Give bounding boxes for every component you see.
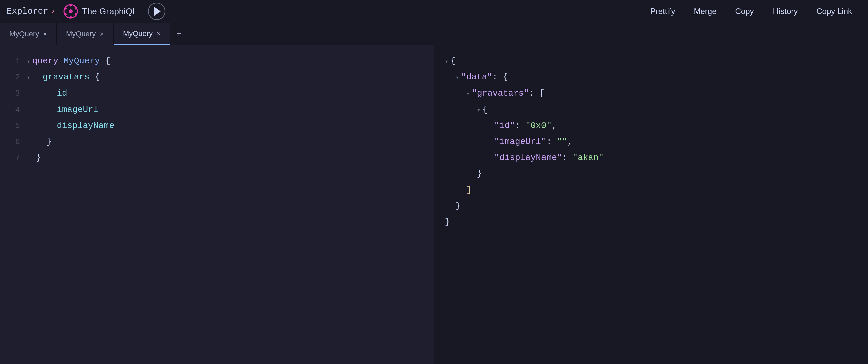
kw-displayname: displayName [36,118,114,133]
history-button[interactable]: History [764,3,807,19]
kw-id: id [36,86,67,100]
kw-imageurl: imageUrl [36,102,98,117]
line-num-4: 4 [0,103,20,117]
tab-close-1[interactable]: × [43,31,47,37]
svg-point-5 [75,7,77,10]
result-line-10: } [434,198,868,214]
result-line-11: } [434,214,868,230]
result-panel: ▾ { ▾ "data": { ▾ "gravatars": [ ▾ { "id… [434,45,868,364]
svg-point-2 [70,4,72,7]
graphiql-logo: The GraphiQL [63,4,137,19]
code-line-5: 5 displayName [0,118,434,133]
result-line-3: ▾ "gravatars": [ [434,85,868,101]
tab-close-3[interactable]: × [157,30,161,37]
kw-brace: { [100,54,111,68]
code-line-6: 6 } [0,133,434,150]
tab-myquery-1[interactable]: MyQuery × [0,23,57,45]
fold-arrow-2[interactable]: ▾ [27,73,30,83]
code-line-3: 3 id [0,85,434,101]
toolbar: Explorer › The GraphiQL Prettify Merge C… [0,0,868,23]
explorer-label: Explorer [7,6,49,17]
play-icon [154,7,161,16]
code-line-2: 2 ▾ gravatars { [0,69,434,85]
tab-myquery-2[interactable]: MyQuery × [57,23,114,45]
svg-point-1 [69,9,73,13]
result-line-1: ▾ { [434,53,868,69]
graphiql-icon [63,4,78,19]
tab-label-2: MyQuery [66,30,96,38]
tab-close-2[interactable]: × [100,31,104,37]
line-num-3: 3 [0,87,20,100]
line-num-6: 6 [0,135,20,149]
fold-dot-4[interactable]: ▾ [477,105,481,116]
result-line-4: ▾ { [434,101,868,118]
fold-dot-2[interactable]: ▾ [456,73,459,83]
result-line-6: "imageUrl": "", [434,133,868,150]
kw-close-outer: } [36,150,41,165]
kw-close-inner: } [36,134,52,149]
line-num-2: 2 [0,71,20,85]
result-line-8: } [434,165,868,182]
prettify-button[interactable]: Prettify [641,3,685,19]
tab-myquery-3[interactable]: MyQuery × [114,23,170,45]
result-line-5: "id": "0x0", [434,118,868,133]
kw-name: MyQuery [63,54,100,68]
svg-point-6 [64,13,67,16]
code-line-4: 4 imageUrl [0,101,434,118]
fold-dot-1[interactable]: ▾ [445,57,449,67]
fold-dot-3[interactable]: ▾ [466,89,470,99]
svg-point-3 [70,17,72,19]
run-button[interactable] [148,3,165,20]
add-tab-button[interactable]: + [170,23,188,45]
line-num-5: 5 [0,119,20,133]
fold-arrow-1[interactable]: ▾ [27,57,30,67]
tab-label-1: MyQuery [9,30,39,38]
code-line-1: 1 ▾ query MyQuery { [0,53,434,69]
explorer-chevron-icon: › [51,7,55,16]
kw-query: query [32,54,64,68]
result-line-7: "displayName": "akan" [434,150,868,165]
result-line-9: ] [434,182,868,198]
merge-button[interactable]: Merge [685,3,726,19]
svg-point-7 [75,13,77,16]
query-editor: 1 ▾ query MyQuery { 2 ▾ gravatars { 3 id… [0,45,434,364]
tab-label-3: MyQuery [123,29,153,38]
tabs-bar: MyQuery × MyQuery × MyQuery × + [0,23,868,45]
explorer-button[interactable]: Explorer › [7,6,55,17]
code-line-7: 7 } [0,150,434,165]
editor-area: 1 ▾ query MyQuery { 2 ▾ gravatars { 3 id… [0,45,868,364]
result-line-2: ▾ "data": { [434,69,868,85]
line-num-7: 7 [0,151,20,165]
copy-button[interactable]: Copy [726,3,764,19]
app-title: The GraphiQL [82,6,137,17]
copy-link-button[interactable]: Copy Link [807,3,861,19]
line-num-1: 1 [0,55,20,68]
kw-gravatars: gravatars [32,70,90,85]
svg-point-4 [64,7,67,10]
